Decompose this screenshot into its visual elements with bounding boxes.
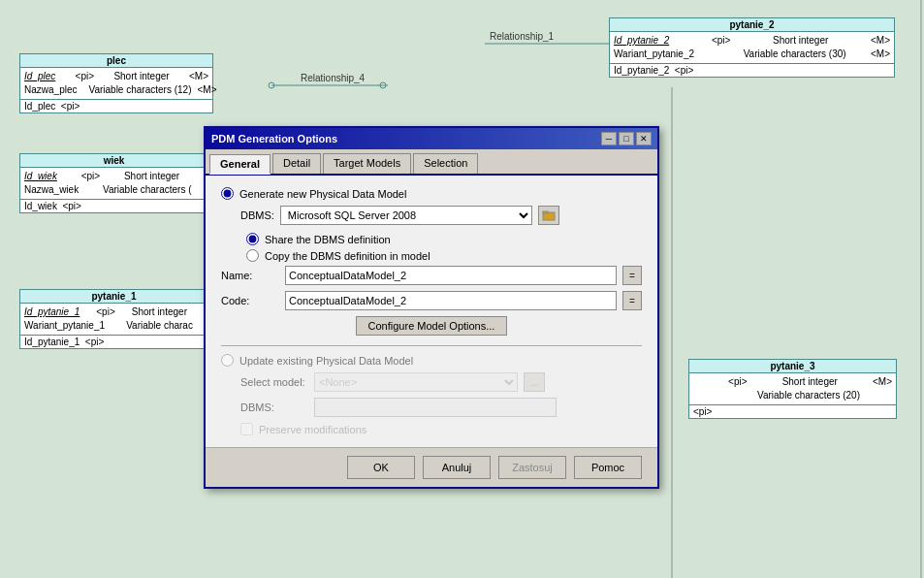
code-eq-button[interactable]: = xyxy=(622,291,642,310)
table-row: Nazwa_wiek Variable characters ( xyxy=(24,183,204,197)
configure-model-options-button[interactable]: Configure Model Options... xyxy=(356,316,508,336)
copy-label: Copy the DBMS definition in model xyxy=(265,250,430,262)
rel1-label: Relationship_1 xyxy=(490,31,555,42)
table-row: Id_pytanie_1 <pi> Short integer xyxy=(24,305,204,319)
entity-pytanie1-footer: Id_pytanie_1 <pi> xyxy=(20,335,207,348)
entity-pytanie1-body: Id_pytanie_1 <pi> Short integer Wariant_… xyxy=(20,304,207,335)
table-row: Wariant_pytanie_2 Variable characters (3… xyxy=(614,48,890,61)
generate-new-radio[interactable] xyxy=(221,187,234,200)
tab-target-models[interactable]: Target Models xyxy=(323,153,411,174)
ok-button[interactable]: OK xyxy=(347,456,415,479)
preserve-label: Preserve modifications xyxy=(259,424,366,435)
folder-icon xyxy=(542,209,556,222)
close-button[interactable]: ✕ xyxy=(636,132,652,145)
table-row: Nazwa_plec Variable characters (12) <M> xyxy=(24,83,208,97)
entity-pytanie2-body: Id_pytanie_2 <pi> Short integer <M> Wari… xyxy=(610,32,894,63)
entity-pytanie3-footer: <pi> xyxy=(689,404,896,418)
update-section: Update existing Physical Data Model Sele… xyxy=(221,354,642,435)
table-row: Id_wiek <pi> Short integer xyxy=(24,170,204,183)
dbms-label: DBMS: xyxy=(240,209,274,221)
select-model-browse-button[interactable]: ... xyxy=(524,372,545,392)
dialog-titlebar: PDM Generation Options ─ □ ✕ xyxy=(206,128,657,149)
dbms-select[interactable]: Microsoft SQL Server 2008 xyxy=(280,206,532,225)
tab-general[interactable]: General xyxy=(209,154,271,175)
entity-wiek-footer: Id_wiek <pi> xyxy=(20,199,207,212)
dbms-row: DBMS: Microsoft SQL Server 2008 xyxy=(240,206,642,225)
table-row: Id_plec <pi> Short integer <M> xyxy=(24,70,208,83)
code-row: Code: = xyxy=(221,291,642,310)
entity-plec-footer: Id_plec <pi> xyxy=(20,99,212,112)
rel4-label: Relationship_4 xyxy=(301,73,366,83)
update-existing-radio[interactable] xyxy=(221,354,234,367)
share-radio-row: Share the DBMS definition xyxy=(246,233,642,245)
entity-pytanie3-header: pytanie_3 xyxy=(689,360,896,373)
update-dbms-label: DBMS: xyxy=(240,401,308,413)
generate-new-label: Generate new Physical Data Model xyxy=(239,188,406,200)
code-label: Code: xyxy=(221,295,279,306)
entity-pytanie2-header: pytanie_2 xyxy=(610,18,894,32)
entity-wiek-body: Id_wiek <pi> Short integer Nazwa_wiek Va… xyxy=(20,168,207,199)
copy-radio-row: Copy the DBMS definition in model xyxy=(246,249,642,262)
update-dbms-row: DBMS: xyxy=(240,398,642,417)
name-label: Name: xyxy=(221,270,279,281)
minimize-button[interactable]: ─ xyxy=(601,132,617,145)
share-label: Share the DBMS definition xyxy=(265,234,391,245)
preserve-row: Preserve modifications xyxy=(240,423,642,435)
code-input[interactable] xyxy=(285,291,617,310)
entity-wiek: wiek Id_wiek <pi> Short integer Nazwa_wi… xyxy=(19,153,208,213)
name-eq-button[interactable]: = xyxy=(622,266,642,285)
generate-new-radio-row: Generate new Physical Data Model xyxy=(221,187,642,200)
canvas: Relationship_4 Relationship_1 plec Id_pl… xyxy=(0,0,924,578)
update-existing-radio-row: Update existing Physical Data Model xyxy=(221,354,642,367)
svg-rect-7 xyxy=(543,211,548,213)
dialog-tabs: General Detail Target Models Selection xyxy=(206,149,657,176)
share-radio[interactable] xyxy=(246,233,259,245)
entity-plec-header: plec xyxy=(20,54,212,68)
entity-pytanie1-header: pytanie_1 xyxy=(20,290,207,304)
update-existing-label: Update existing Physical Data Model xyxy=(239,355,413,367)
entity-pytanie1: pytanie_1 Id_pytanie_1 <pi> Short intege… xyxy=(19,289,208,349)
tab-detail[interactable]: Detail xyxy=(272,153,321,174)
table-row: Wariant_pytanie_1 Variable charac xyxy=(24,319,204,333)
section-divider xyxy=(221,345,642,346)
dbms-browse-button[interactable] xyxy=(538,206,559,225)
entity-plec: plec Id_plec <pi> Short integer <M> Nazw… xyxy=(19,53,213,113)
help-button[interactable]: Pomoc xyxy=(574,456,642,479)
svg-point-2 xyxy=(269,82,274,88)
name-row: Name: = xyxy=(221,266,642,285)
maximize-button[interactable]: □ xyxy=(619,132,634,145)
copy-radio[interactable] xyxy=(246,249,259,262)
select-model-select[interactable]: <None> xyxy=(314,372,518,392)
entity-pytanie3-body: <pi> Short integer <M> Variable characte… xyxy=(689,373,896,404)
dialog-title: PDM Generation Options xyxy=(211,133,337,144)
select-model-label: Select model: xyxy=(240,376,308,388)
dialog-footer: OK Anuluj Zastosuj Pomoc xyxy=(206,447,657,487)
select-model-row: Select model: <None> ... xyxy=(240,372,642,392)
entity-wiek-header: wiek xyxy=(20,154,207,168)
update-dbms-display xyxy=(314,398,557,417)
entity-pytanie2: pytanie_2 Id_pytanie_2 <pi> Short intege… xyxy=(609,17,895,78)
table-row: Id_pytanie_2 <pi> Short integer <M> xyxy=(614,34,890,48)
preserve-checkbox[interactable] xyxy=(240,423,253,435)
entity-plec-body: Id_plec <pi> Short integer <M> Nazwa_ple… xyxy=(20,68,212,99)
name-input[interactable] xyxy=(285,266,617,285)
apply-button[interactable]: Zastosuj xyxy=(498,456,566,479)
titlebar-buttons: ─ □ ✕ xyxy=(601,132,652,145)
table-row: <pi> Short integer <M> xyxy=(693,375,892,389)
entity-pytanie3: pytanie_3 <pi> Short integer <M> Variabl… xyxy=(688,359,897,419)
dialog-content: Generate new Physical Data Model DBMS: M… xyxy=(206,176,657,447)
cancel-button[interactable]: Anuluj xyxy=(423,456,491,479)
entity-pytanie2-footer: Id_pytanie_2 <pi> xyxy=(610,63,894,77)
tab-selection[interactable]: Selection xyxy=(413,153,478,174)
svg-point-3 xyxy=(380,82,386,88)
table-row: Variable characters (20) xyxy=(693,389,892,402)
pdm-generation-dialog: PDM Generation Options ─ □ ✕ General Det… xyxy=(204,126,659,489)
